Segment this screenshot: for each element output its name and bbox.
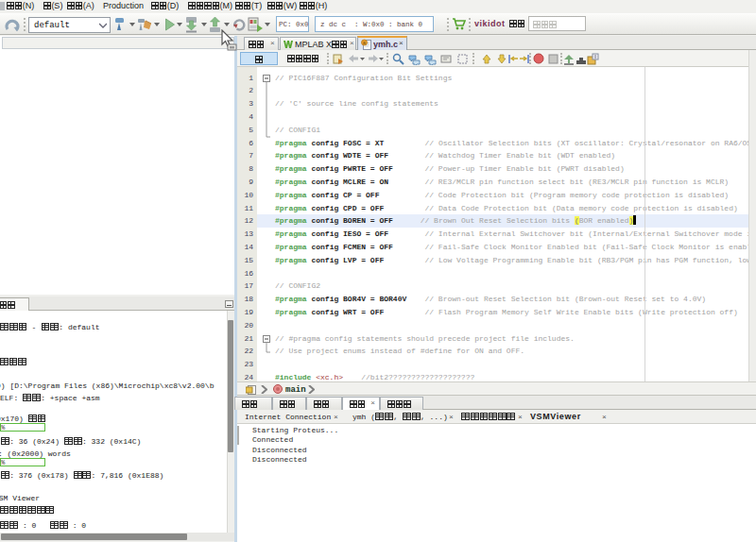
svg-text:a: a: [363, 40, 366, 45]
